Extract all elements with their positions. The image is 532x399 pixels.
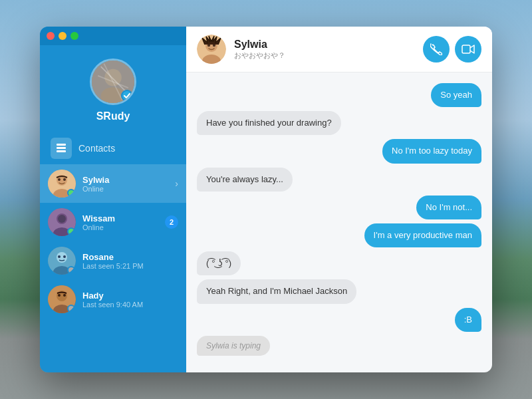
message-5: No I'm not... [416,196,481,219]
contacts-nav[interactable]: Contacts [40,132,186,164]
username: SRudy [96,110,130,122]
svg-point-24 [63,255,66,258]
app-window: SRudy Contacts [40,27,492,372]
svg-point-23 [58,255,61,258]
sylwia-status: Online [82,185,168,193]
rosane-name: Rosane [82,252,178,262]
svg-point-29 [63,294,66,297]
chat-contact-avatar [197,35,226,64]
message-3: No I'm too lazy today [382,139,481,163]
phone-button[interactable] [423,36,450,63]
sylwia-name: Sylwia [82,175,168,185]
message-bubble-4: You're always lazy... [197,168,293,192]
chat-contact-info: Sylwia おやおやおや？ [234,39,415,61]
wissam-name: Wissam [82,213,158,223]
sidebar-content: SRudy Contacts [40,45,186,372]
sidebar: SRudy Contacts [40,27,186,372]
message-bubble-6: I'm a very productive man [364,223,481,247]
chevron-right-icon: › [175,178,178,189]
rosane-status: Last seen 5:21 PM [82,262,178,270]
minimize-button[interactable] [59,32,66,40]
contacts-label: Contacts [78,143,115,154]
chat-panel: Sylwia おやおやおや？ So ye [186,27,492,372]
sylwia-status-dot [67,189,75,197]
svg-point-28 [58,294,61,297]
message-1: So yeah [431,83,481,107]
wissam-info: Wissam Online [82,213,158,231]
message-9: :B [455,308,481,332]
message-bubble-9: :B [455,308,481,332]
hady-info: Hady Last seen 9:40 AM [82,291,178,309]
wissam-badge: 2 [165,215,178,229]
contact-avatar-rosane [48,247,76,275]
svg-rect-9 [57,147,66,149]
window-controls [40,27,186,45]
contacts-icon [51,138,72,159]
message-bubble-1: So yeah [431,83,481,107]
svg-rect-35 [462,45,470,53]
rosane-info: Rosane Last seen 5:21 PM [82,252,178,270]
typing-indicator: Sylwia is typing [197,336,270,356]
video-button[interactable] [455,36,481,63]
svg-point-19 [58,215,66,223]
hady-status-dot [67,305,75,313]
contact-item-hady[interactable]: Hady Last seen 9:40 AM [40,280,186,319]
message-2: Have you finished your drawing? [197,111,341,135]
user-avatar [90,59,136,105]
chat-header: Sylwia おやおやおや？ [186,27,492,72]
contact-list: Sylwia Online › [40,164,186,372]
contact-item-sylwia[interactable]: Sylwia Online › [40,164,186,203]
message-bubble-2: Have you finished your drawing? [197,111,341,135]
chat-actions [423,36,481,63]
wissam-status-dot [67,227,75,235]
maximize-button[interactable] [70,32,78,40]
hady-status: Last seen 9:40 AM [82,301,178,309]
svg-point-14 [58,178,61,181]
user-profile: SRudy [40,45,186,132]
contact-item-rosane[interactable]: Rosane Last seen 5:21 PM [40,241,186,280]
sylwia-info: Sylwia Online [82,175,168,193]
contact-avatar-hady [48,285,76,313]
verified-badge [121,90,133,102]
svg-rect-10 [57,150,66,152]
svg-rect-8 [57,144,66,146]
close-button[interactable] [47,32,55,40]
message-bubble-5: No I'm not... [416,196,481,219]
rosane-status-dot [67,266,75,274]
message-bubble-8: Yeah Right, and I'm Michael Jackson [197,279,356,303]
chat-contact-name: Sylwia [234,39,415,51]
svg-point-15 [63,178,66,181]
hady-name: Hady [82,291,178,301]
contact-item-wissam[interactable]: Wissam Online 2 [40,203,186,241]
contact-avatar-sylwia [48,170,76,198]
messages-area[interactable]: So yeah Have you finished your drawing? … [186,72,492,372]
message-8: Yeah Right, and I'm Michael Jackson [197,279,356,303]
message-4: You're always lazy... [197,168,293,192]
wissam-status: Online [82,223,158,231]
message-6: I'm a very productive man [364,223,481,247]
chat-contact-sub: おやおやおや？ [234,51,415,61]
message-bubble-7: ( ͡° ͜ʖ ͡°) [197,251,241,275]
message-7: ( ͡° ͜ʖ ͡°) [197,251,241,275]
message-bubble-3: No I'm too lazy today [382,139,481,163]
contact-avatar-wissam [48,208,76,236]
